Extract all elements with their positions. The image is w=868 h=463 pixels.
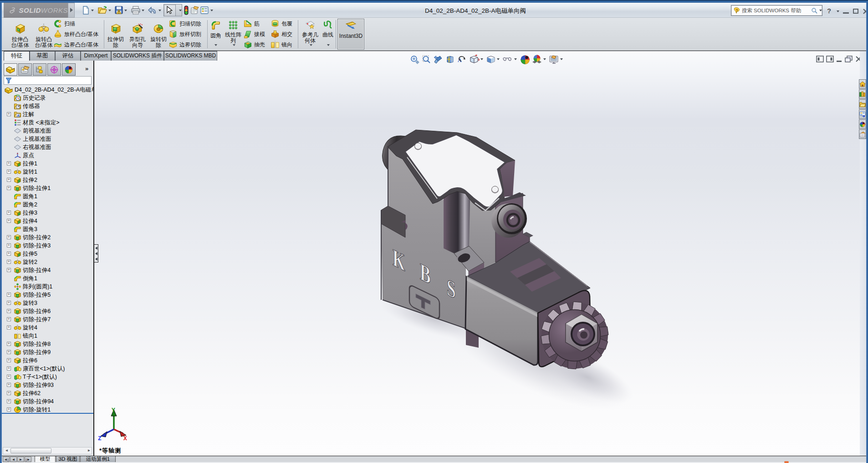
svg-text:B: B xyxy=(420,258,431,289)
svg-text:?: ? xyxy=(735,7,738,12)
svg-text:S: S xyxy=(447,273,456,304)
